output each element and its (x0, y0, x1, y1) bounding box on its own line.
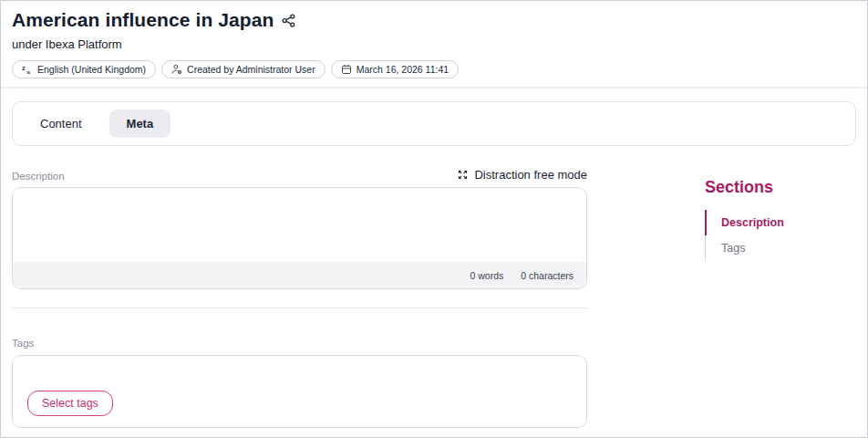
expand-icon (458, 170, 468, 180)
date-badge-label: March 16, 2026 11:41 (356, 64, 449, 75)
language-badge: z a English (United Kingdom) (12, 60, 156, 78)
title-row: American influence in Japan (12, 9, 856, 31)
svg-text:a: a (27, 69, 31, 75)
user-icon (171, 64, 182, 75)
sections-panel: Sections Description Tags (705, 168, 856, 428)
description-editor: 0 words 0 characters (12, 187, 587, 289)
sections-item-tags[interactable]: Tags (705, 235, 856, 261)
distraction-free-button[interactable]: Distraction free mode (458, 168, 587, 182)
main-area: Description Distraction free mode 0 word… (1, 146, 867, 428)
distraction-free-label: Distraction free mode (474, 168, 587, 182)
language-badge-label: English (United Kingdom) (37, 64, 146, 75)
form-column: Description Distraction free mode 0 word… (12, 168, 587, 428)
field-divider (12, 308, 587, 308)
meta-badges: z a English (United Kingdom) Created by … (12, 60, 856, 78)
calendar-icon (341, 64, 352, 75)
description-counters: 0 words 0 characters (13, 262, 586, 288)
date-badge: March 16, 2026 11:41 (331, 60, 459, 78)
svg-text:z: z (22, 64, 26, 72)
content-edit-page: { "header": { "title": "American influen… (0, 0, 868, 438)
sections-item-description[interactable]: Description (705, 210, 856, 235)
character-count: 0 characters (521, 270, 574, 281)
description-label: Description (12, 171, 65, 182)
tags-label: Tags (12, 338, 587, 349)
sections-title: Sections (705, 178, 856, 197)
creator-badge-label: Created by Administrator User (187, 64, 315, 75)
breadcrumb-under: under Ibexa Platform (12, 37, 856, 51)
page-title: American influence in Japan (12, 9, 274, 31)
tab-content[interactable]: Content (26, 110, 97, 138)
share-icon[interactable] (282, 14, 295, 27)
language-icon: z a (22, 64, 33, 75)
tab-meta[interactable]: Meta (109, 110, 171, 138)
tags-field: Select tags (12, 355, 587, 428)
creator-badge: Created by Administrator User (161, 60, 326, 78)
word-count: 0 words (470, 270, 503, 281)
edit-tabbar: Content Meta (12, 101, 856, 146)
description-field-head: Description Distraction free mode (12, 168, 587, 182)
select-tags-button[interactable]: Select tags (27, 391, 113, 416)
page-header: American influence in Japan under Ibexa … (1, 1, 867, 89)
description-input[interactable] (13, 188, 586, 262)
